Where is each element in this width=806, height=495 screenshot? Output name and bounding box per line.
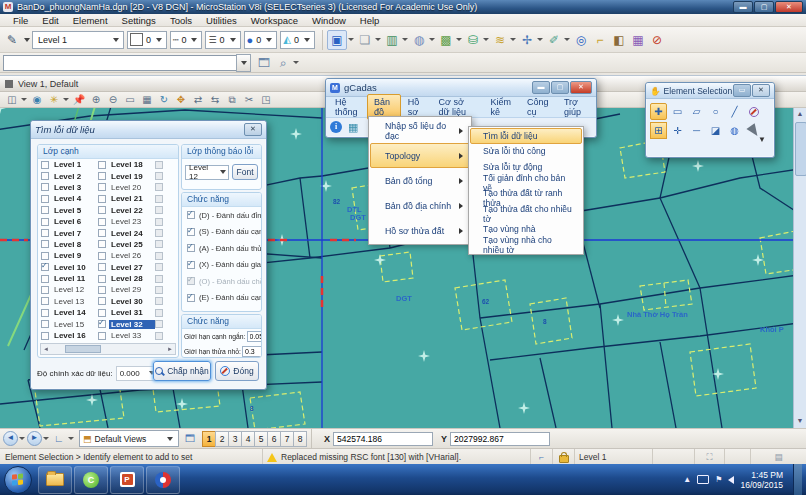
function-checkbox-5[interactable] — [187, 294, 195, 302]
submenu-item-5[interactable]: Tạo thửa đất cho nhiều tờ — [470, 206, 582, 222]
rotate-view-icon[interactable]: ↻ — [156, 93, 172, 106]
line-selection-icon[interactable]: ╱ — [726, 103, 743, 120]
view-next-icon[interactable]: ⇆ — [207, 93, 223, 106]
level-checkbox-left-15[interactable] — [41, 332, 49, 340]
taskbar-explorer-icon[interactable] — [38, 466, 72, 494]
level-checkbox-right-7[interactable] — [98, 240, 106, 248]
level-checkbox-right-12[interactable] — [98, 297, 106, 305]
level-checkbox-left-9[interactable] — [41, 263, 49, 271]
document-icon[interactable]: ❏ — [356, 31, 374, 49]
report-level-combo[interactable]: Level 12 — [185, 165, 229, 180]
view-brightness-caret[interactable] — [63, 98, 69, 101]
level-checkbox-right-8[interactable] — [98, 252, 106, 260]
select-element-tool-icon[interactable]: ✚ — [650, 103, 667, 120]
dropdown-item-1[interactable]: Topology — [370, 143, 470, 168]
level-checkbox-right-11[interactable] — [98, 286, 106, 294]
active-level-status[interactable]: Level 1 — [574, 449, 652, 465]
short-edge-limit-input[interactable] — [247, 331, 262, 342]
disable-handles-icon[interactable] — [745, 103, 762, 120]
globe-pen-caret[interactable] — [564, 38, 570, 41]
volume-icon[interactable] — [728, 476, 734, 484]
keyin-dropdown[interactable] — [236, 54, 251, 72]
forward-view-caret[interactable] — [43, 437, 49, 440]
view-previous-icon[interactable]: ⇄ — [190, 93, 206, 106]
view-toggle-7[interactable]: 7 — [280, 431, 294, 447]
line-style-combo[interactable]: ┅ 0 — [170, 31, 202, 49]
menu-item-file[interactable]: File — [6, 15, 35, 26]
element-selection-collapse-button[interactable]: ▭ — [733, 84, 751, 97]
taskbar-unikey-icon[interactable] — [146, 466, 180, 494]
locks-icon[interactable] — [552, 449, 574, 465]
level-checkbox-clipped-15[interactable] — [155, 332, 163, 340]
dropdown-item-2[interactable]: Bản đồ tổng — [370, 168, 470, 193]
level-checkbox-left-8[interactable] — [41, 252, 49, 260]
x-coordinate-field[interactable] — [333, 432, 433, 446]
y-coordinate-field[interactable] — [450, 432, 550, 446]
sphere-caret[interactable] — [429, 38, 435, 41]
gcadas-menu-0[interactable]: Hệ thống — [328, 94, 367, 120]
level-checkbox-clipped-13[interactable] — [155, 309, 163, 317]
level-checkbox-left-14[interactable] — [41, 320, 49, 328]
gcadas-menu-4[interactable]: Kiểm kê — [484, 94, 520, 120]
element-selection-close-button[interactable]: ✕ — [752, 84, 770, 97]
active-color-combo[interactable]: 0 — [127, 31, 167, 49]
menu-item-utilities[interactable]: Utilities — [199, 15, 244, 26]
level-checkbox-right-6[interactable] — [98, 229, 106, 237]
models-icon[interactable]: ▥ — [383, 31, 401, 49]
level-checkbox-clipped-5[interactable] — [155, 218, 163, 226]
transparency-combo[interactable]: ◭ 0 — [280, 31, 315, 49]
level-checkbox-left-1[interactable] — [41, 172, 49, 180]
scrollbar-thumb[interactable] — [795, 122, 806, 176]
inside-mode-icon[interactable]: ◪ — [707, 122, 724, 139]
gcadas-minimize-button[interactable]: ▬ — [532, 81, 550, 94]
find-dialog-title-bar[interactable]: Tìm lỗi dữ liệu ✕ — [31, 121, 266, 139]
sphere-icon[interactable]: ◍ — [410, 31, 428, 49]
pan-view-icon[interactable]: ✥ — [173, 93, 189, 106]
submenu-item-7[interactable]: Tạo vùng nhà cho nhiều tờ — [470, 237, 582, 253]
level-checkbox-left-6[interactable] — [41, 229, 49, 237]
dropdown-item-0[interactable]: Nhập số liệu đo đạc — [370, 118, 470, 143]
function-checkbox-1[interactable] — [187, 228, 195, 236]
small-parcel-limit-input[interactable] — [242, 346, 262, 357]
accept-button[interactable]: Chấp nhận — [153, 361, 211, 381]
dropdown-item-4[interactable]: Hồ sơ thửa đất — [370, 218, 470, 243]
level-checkbox-left-4[interactable] — [41, 206, 49, 214]
menu-item-help[interactable]: Help — [353, 15, 387, 26]
globe-pen-icon[interactable]: ✐ — [545, 31, 563, 49]
level-checkbox-clipped-2[interactable] — [155, 183, 163, 191]
zoom-out-icon[interactable]: ⊖ — [105, 93, 121, 106]
network-icon[interactable] — [697, 475, 709, 484]
function-checkbox-3[interactable] — [187, 261, 195, 269]
level-checkbox-clipped-1[interactable] — [155, 172, 163, 180]
level-checkbox-clipped-14[interactable] — [155, 320, 163, 328]
menu-item-edit[interactable]: Edit — [35, 15, 65, 26]
view-render-icon[interactable]: ◉ — [29, 93, 45, 106]
subtract-mode-icon[interactable]: ─ — [688, 122, 705, 139]
view-toggle-3[interactable]: 3 — [228, 431, 242, 447]
level-checkbox-left-5[interactable] — [41, 218, 49, 226]
gcadas-maximize-button[interactable]: ▢ — [551, 81, 569, 94]
add-mode-icon[interactable]: ✛ — [669, 122, 686, 139]
level-checkbox-right-4[interactable] — [98, 206, 106, 214]
models-caret[interactable] — [402, 38, 408, 41]
element-selection-expand-caret[interactable]: ▼ — [758, 135, 766, 144]
view-display-caret[interactable] — [21, 98, 27, 101]
level-checkbox-right-5[interactable] — [98, 218, 106, 226]
level-checkbox-left-12[interactable] — [41, 297, 49, 305]
gcadas-close-button[interactable]: ✕ — [570, 81, 592, 94]
level-checkbox-clipped-10[interactable] — [155, 275, 163, 283]
keyin-icons-caret[interactable] — [293, 61, 299, 64]
level-checkbox-left-7[interactable] — [41, 240, 49, 248]
view-toggle-5[interactable]: 5 — [254, 431, 268, 447]
levels-hscrollbar[interactable]: ◄ ► — [40, 343, 176, 355]
level-checkbox-left-10[interactable] — [41, 275, 49, 283]
function-checkbox-2[interactable] — [187, 244, 195, 252]
zoom-select-icon[interactable]: ✢ — [518, 31, 536, 49]
level-checkbox-left-2[interactable] — [41, 183, 49, 191]
levels-caret[interactable] — [510, 38, 516, 41]
levels-hscroll-thumb[interactable] — [65, 345, 101, 353]
view-brightness-icon[interactable]: ✳ — [46, 93, 62, 106]
find-dialog-close-icon[interactable]: ✕ — [244, 123, 262, 136]
manage-view-groups-icon[interactable]: 🗔 — [182, 432, 198, 445]
references-caret[interactable] — [483, 38, 489, 41]
